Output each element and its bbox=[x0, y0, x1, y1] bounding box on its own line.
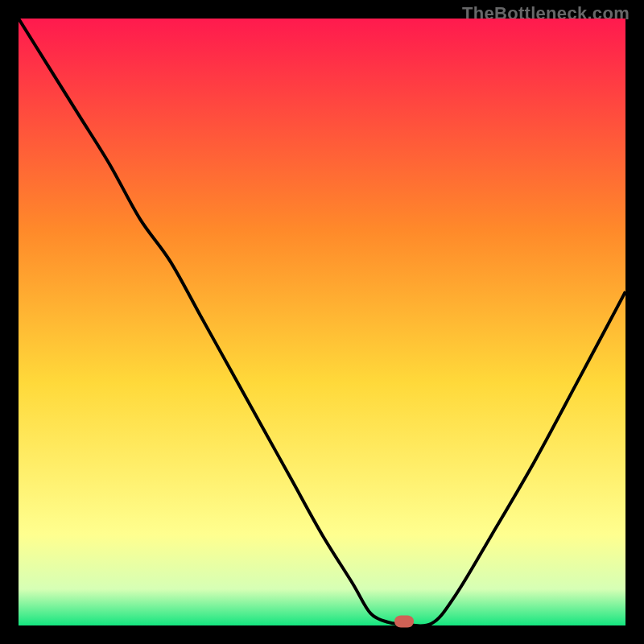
bottleneck-curve bbox=[19, 19, 625, 625]
plot-area bbox=[19, 19, 625, 625]
chart-frame: TheBottleneck.com bbox=[0, 0, 644, 644]
minimum-marker-icon bbox=[394, 616, 414, 628]
